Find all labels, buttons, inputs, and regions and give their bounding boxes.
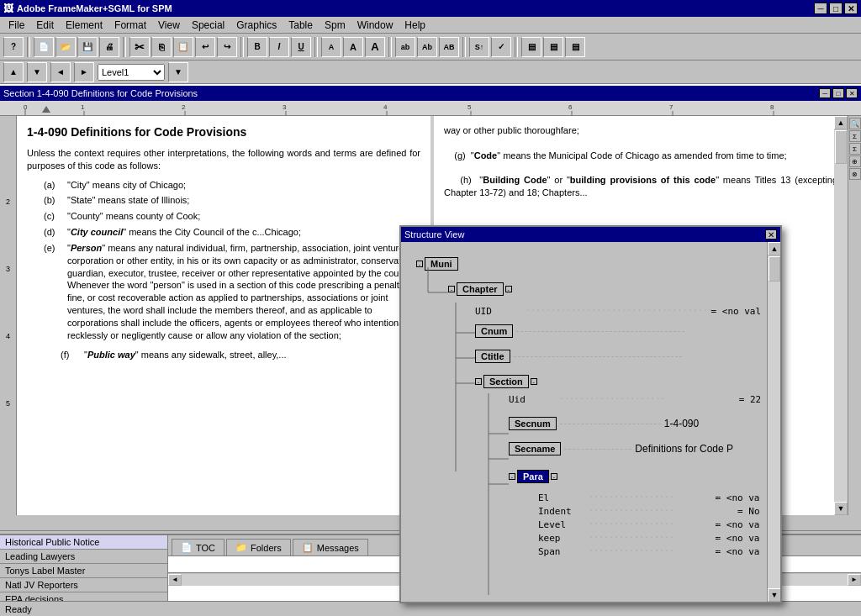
- muni-box: Muni: [425, 257, 458, 271]
- app-close-btn[interactable]: ✕: [844, 3, 858, 14]
- scroll-down-btn[interactable]: ▼: [834, 502, 848, 515]
- font-size2-btn[interactable]: A: [343, 37, 363, 57]
- zoom-icon[interactable]: 🔍: [849, 118, 861, 129]
- chapter-collapse-btn[interactable]: -: [448, 286, 455, 292]
- font-size1-btn[interactable]: A: [321, 37, 341, 57]
- check-btn[interactable]: ✓: [491, 37, 511, 57]
- struct-close-btn[interactable]: ✕: [765, 229, 777, 240]
- menu-format[interactable]: Format: [109, 18, 151, 33]
- paste-btn[interactable]: 📋: [173, 37, 193, 57]
- keep-attr: keep ················· = <no value>: [538, 533, 760, 544]
- menu-table[interactable]: Table: [283, 18, 318, 33]
- chapter-box: Chapter: [457, 282, 504, 296]
- para-collapse-btn[interactable]: -: [509, 473, 515, 480]
- struct-scroll-up[interactable]: ▲: [768, 242, 780, 255]
- muni-collapse-btn[interactable]: -: [416, 261, 423, 267]
- scroll-up-btn[interactable]: ▲: [834, 116, 848, 129]
- font-size3-btn[interactable]: A: [365, 37, 385, 57]
- para-attrs: El ················· = <no value> Indent…: [538, 492, 760, 560]
- scroll-thumb[interactable]: [835, 130, 847, 164]
- bottom-list-item-1[interactable]: Leading Lawyers: [0, 550, 167, 564]
- struct-scroll-down[interactable]: ▼: [768, 588, 780, 602]
- menu-special[interactable]: Special: [187, 18, 230, 33]
- scroll-right-btn[interactable]: ►: [848, 574, 861, 586]
- indent-attr: Indent ················· = Normal: [538, 506, 760, 517]
- app-maximize-btn[interactable]: □: [829, 3, 843, 14]
- section-expand-btn[interactable]: -: [531, 378, 537, 385]
- struct-scroll-thumb[interactable]: [769, 256, 780, 282]
- italic-btn[interactable]: I: [269, 37, 289, 57]
- menu-element[interactable]: Element: [61, 18, 108, 33]
- menu-file[interactable]: File: [3, 18, 29, 33]
- chapter-expand-btn[interactable]: -: [505, 286, 512, 292]
- arrow-down-btn[interactable]: ▼: [27, 62, 47, 82]
- right-col-text: way or other public thoroughfare; (g) "C…: [444, 124, 837, 199]
- bottom-list-item-0[interactable]: Historical Public Notice: [0, 535, 167, 550]
- arrow-right-btn[interactable]: ►: [74, 62, 94, 82]
- menu-edit[interactable]: Edit: [31, 18, 59, 33]
- uid2-dots: ·····················: [559, 394, 739, 405]
- svg-text:8: 8: [770, 103, 774, 111]
- level-select[interactable]: Level1 Level2 Level3: [98, 64, 165, 81]
- icon-4[interactable]: ⊕: [849, 155, 861, 167]
- AB-btn[interactable]: AB: [439, 37, 459, 57]
- align3-btn[interactable]: ▤: [565, 37, 585, 57]
- underline-btn[interactable]: U: [291, 37, 311, 57]
- struct-scroll-track: [768, 256, 780, 589]
- menu-spm[interactable]: Spm: [320, 18, 351, 33]
- undo-btn[interactable]: ↩: [195, 37, 215, 57]
- save-btn[interactable]: 💾: [77, 37, 98, 57]
- menu-window[interactable]: Window: [352, 18, 399, 33]
- ab-btn[interactable]: ab: [395, 37, 415, 57]
- vertical-scrollbar[interactable]: ▲ ▼: [834, 116, 848, 515]
- spell-btn[interactable]: S↑: [469, 37, 489, 57]
- toolbar-sep3: [240, 37, 244, 57]
- cut-btn[interactable]: ✂: [129, 37, 150, 57]
- toolbar-sep4: [314, 37, 318, 57]
- scroll-left-btn[interactable]: ◄: [168, 574, 182, 586]
- bottom-list-item-3[interactable]: Natl JV Reporters: [0, 578, 167, 592]
- struct-tree: - Muni: [408, 249, 760, 595]
- bold-btn[interactable]: B: [247, 37, 267, 57]
- dropdown-btn[interactable]: ▼: [168, 62, 188, 82]
- icon-5[interactable]: ⊗: [849, 168, 861, 180]
- new-btn[interactable]: 📄: [34, 37, 54, 57]
- section-collapse-btn[interactable]: -: [475, 378, 482, 385]
- doc-close-btn[interactable]: ✕: [846, 88, 858, 98]
- section-node: - Section -: [475, 375, 537, 388]
- icon-2[interactable]: Σ: [849, 130, 861, 142]
- struct-scrollbar[interactable]: ▲ ▼: [767, 242, 780, 602]
- cnum-box: Cnum: [475, 324, 513, 338]
- doc-maximize-btn[interactable]: □: [832, 88, 844, 98]
- app-minimize-btn[interactable]: ─: [814, 3, 827, 14]
- icon-3[interactable]: Σ: [849, 143, 861, 155]
- cnum-node: Cnum: [475, 324, 684, 338]
- margin-num-4: 4: [0, 330, 16, 398]
- tab-folders[interactable]: 📁 Folders: [226, 539, 291, 555]
- list-item: (a) "City" means city of Chicago;: [44, 179, 420, 192]
- open-btn[interactable]: 📂: [55, 37, 76, 57]
- help-btn[interactable]: ?: [3, 37, 24, 57]
- para-node: - Para -: [509, 470, 557, 483]
- menu-help[interactable]: Help: [399, 18, 430, 33]
- Ab-btn[interactable]: Ab: [417, 37, 437, 57]
- redo-btn[interactable]: ↪: [217, 37, 237, 57]
- copy-btn[interactable]: ⎘: [151, 37, 172, 57]
- doc-title-bar: Section 1-4-090 Definitions for Code Pro…: [0, 86, 861, 101]
- tab-toc[interactable]: 📄 TOC: [172, 539, 224, 555]
- list-label-a: (a): [44, 179, 61, 192]
- para-expand-btn[interactable]: -: [551, 473, 557, 480]
- arrow-left-btn[interactable]: ◄: [50, 62, 71, 82]
- menu-view[interactable]: View: [153, 18, 185, 33]
- arrow-up-btn[interactable]: ▲: [3, 62, 24, 82]
- doc-intro-para: Unless the context requires other interp…: [27, 147, 420, 172]
- list-text-d: "City council" means the City Council of…: [67, 226, 301, 239]
- align1-btn[interactable]: ▤: [521, 37, 541, 57]
- menu-graphics[interactable]: Graphics: [231, 18, 282, 33]
- print-btn[interactable]: 🖨: [99, 37, 119, 57]
- section-box: Section: [483, 375, 529, 388]
- doc-minimize-btn[interactable]: ─: [819, 88, 831, 98]
- align2-btn[interactable]: ▤: [543, 37, 563, 57]
- bottom-list-item-2[interactable]: Tonys Label Master: [0, 564, 167, 578]
- tab-messages[interactable]: 📋 Messages: [293, 539, 368, 555]
